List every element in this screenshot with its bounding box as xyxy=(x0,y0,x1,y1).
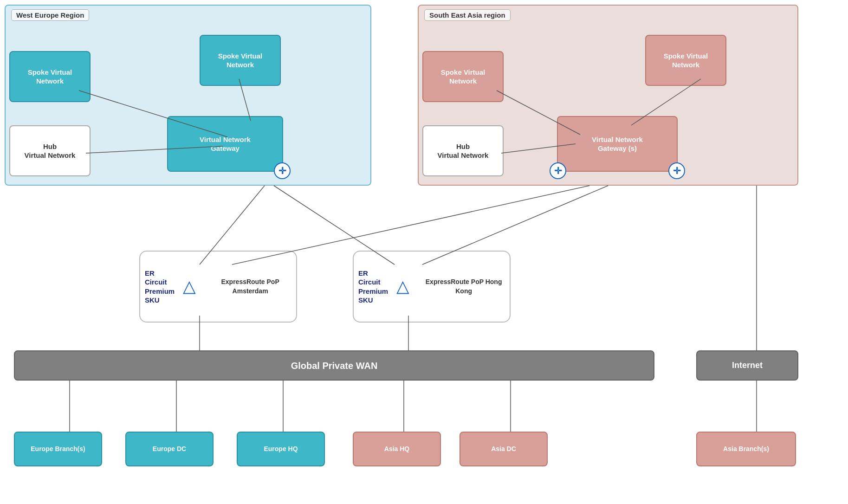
hub-vn-sea: Hub Virtual Network xyxy=(422,125,504,176)
vng-sea: Virtual Network Gateway (s) ✛ ✛ xyxy=(557,116,678,172)
er-pop-hk-label: ExpressRoute PoP Hong Kong xyxy=(422,278,505,296)
europe-branch: Europe Branch(s) xyxy=(14,432,102,466)
er-circuit-hongkong: ER Circuit Premium SKU △ ExpressRoute Po… xyxy=(353,251,511,323)
europe-dc: Europe DC xyxy=(125,432,214,466)
er-circuit-amsterdam-label: ER Circuit Premium SKU xyxy=(145,269,175,305)
asia-dc: Asia DC xyxy=(460,432,548,466)
er-pop-amsterdam-label: ExpressRoute PoP Amsterdam xyxy=(209,278,291,296)
spoke-vn-west-left: Spoke Virtual Network xyxy=(9,51,91,102)
spoke-vn-sea-left: Spoke Virtual Network xyxy=(422,51,504,102)
global-wan: Global Private WAN xyxy=(14,350,654,381)
er-triangle-amsterdam: △ xyxy=(183,276,196,297)
er-circuit-amsterdam: ER Circuit Premium SKU △ ExpressRoute Po… xyxy=(139,251,297,323)
vng-sea-icon-right: ✛ xyxy=(668,162,685,179)
spoke-vn-sea-right: Spoke Virtual Network xyxy=(645,35,726,86)
vng-west-icon: ✛ xyxy=(274,162,291,179)
sea-label: South East Asia region xyxy=(424,9,511,21)
er-circuit-hk-label: ER Circuit Premium SKU xyxy=(358,269,388,305)
internet-node: Internet xyxy=(696,350,798,381)
asia-branch: Asia Branch(s) xyxy=(696,432,796,466)
vng-sea-icon-left: ✛ xyxy=(550,162,566,179)
europe-hq: Europe HQ xyxy=(237,432,325,466)
vng-west: Virtual Network Gateway ✛ xyxy=(167,116,283,172)
er-triangle-hongkong: △ xyxy=(396,276,409,297)
west-europe-label: West Europe Region xyxy=(11,9,89,21)
asia-hq: Asia HQ xyxy=(353,432,441,466)
network-diagram: West Europe Region South East Asia regio… xyxy=(0,0,848,504)
hub-vn-west: Hub Virtual Network xyxy=(9,125,91,176)
spoke-vn-west-right: Spoke Virtual Network xyxy=(200,35,281,86)
